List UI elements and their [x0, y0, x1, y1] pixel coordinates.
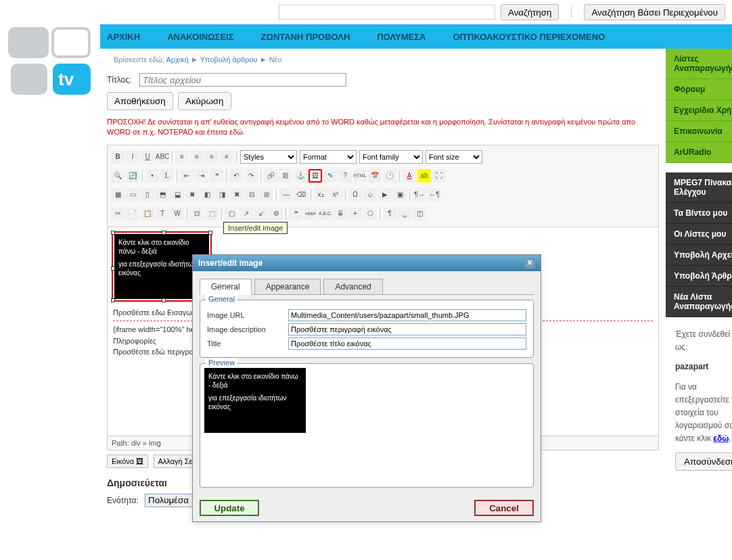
cell-props-icon[interactable]: ▯: [141, 188, 154, 202]
nbsp-icon[interactable]: ␣: [398, 207, 411, 220]
breadcrumb-home[interactable]: Αρχική: [166, 55, 188, 64]
format-select[interactable]: Format: [300, 150, 357, 164]
sidebar-new-playlist[interactable]: Νέα Λίστα Αναπαραγωγής: [666, 287, 732, 317]
visualaid-icon[interactable]: ⊡: [190, 207, 204, 220]
nav-live[interactable]: ΖΩΝΤΑΝΗ ΠΡΟΒΟΛΗ: [261, 32, 350, 42]
cleanup-icon[interactable]: ✎: [323, 169, 337, 183]
forecolor-icon[interactable]: A: [403, 169, 416, 183]
tab-general[interactable]: General: [200, 279, 252, 295]
sidebar-my-lists[interactable]: Οι Λίστες μου: [666, 224, 732, 245]
anchor-icon[interactable]: ⚓: [294, 169, 307, 183]
delete-col-icon[interactable]: ✖: [230, 188, 244, 202]
delete-row-icon[interactable]: ✖: [185, 188, 199, 202]
close-icon[interactable]: ×: [524, 258, 535, 269]
sidebar-aruradio[interactable]: ArURadio: [666, 142, 732, 163]
visualchars-icon[interactable]: ¶: [383, 207, 396, 220]
align-left-icon[interactable]: ≡: [175, 150, 189, 164]
link-icon[interactable]: 🔗: [264, 169, 277, 183]
remove-format-icon[interactable]: ⌫: [294, 188, 308, 202]
html-icon[interactable]: HTML: [353, 169, 367, 183]
sidebar-submit-article[interactable]: Υποβολή Άρθρου: [666, 266, 732, 287]
outdent-icon[interactable]: ⇤: [180, 169, 193, 183]
image-url-input[interactable]: [288, 309, 526, 321]
tab-appearance[interactable]: Appearance: [254, 279, 321, 295]
number-list-icon[interactable]: 1.: [160, 169, 174, 183]
underline-icon[interactable]: U: [141, 150, 154, 164]
layer-back-icon[interactable]: ↙: [254, 207, 268, 220]
layer-fwd-icon[interactable]: ↗: [239, 207, 253, 220]
split-cells-icon[interactable]: ⊟: [245, 188, 258, 202]
insert-image-icon[interactable]: 🖼: [308, 169, 322, 183]
redo-icon[interactable]: ↷: [244, 169, 258, 183]
find-icon[interactable]: 🔍: [111, 169, 124, 183]
nav-av-content[interactable]: ΟΠΤΙΚΟΑΚΟΥΣΤΙΚΟ ΠΕΡΙΕΧΟΜΕΝΟ: [453, 32, 605, 42]
fullscreen-icon[interactable]: ⛶: [432, 169, 446, 183]
sidebar-playlists[interactable]: Λίστες Αναπαραγωγής: [666, 49, 732, 79]
cancel-button[interactable]: Ακύρωση: [178, 92, 231, 110]
search-button[interactable]: Αναζήτηση: [501, 4, 559, 20]
sidebar-manuals[interactable]: Εγχειρίδια Χρήστη: [666, 100, 732, 121]
content-search-button[interactable]: Αναζήτηση Βάσει Περιεχομένου: [584, 4, 725, 20]
acronym-icon[interactable]: A.B.C.: [319, 207, 332, 220]
sub-icon[interactable]: x₂: [314, 188, 327, 202]
blockquote-icon[interactable]: ❝: [210, 169, 223, 183]
insert-row-after-icon[interactable]: ⬓: [170, 188, 184, 202]
italic-icon[interactable]: I: [126, 150, 139, 164]
image-title-input[interactable]: [288, 337, 526, 350]
help-icon[interactable]: ?: [338, 169, 352, 183]
cite-icon[interactable]: ❝: [289, 207, 302, 220]
nav-home[interactable]: ΑΡΧΙΚΗ: [107, 32, 140, 42]
rtl-icon[interactable]: ←¶: [428, 188, 441, 202]
insert-row-before-icon[interactable]: ⬒: [156, 188, 169, 202]
sidebar-my-videos[interactable]: Τα Βίντεο μου: [666, 203, 732, 224]
sup-icon[interactable]: x²: [329, 188, 342, 202]
edit-account-link[interactable]: εδώ: [713, 434, 729, 443]
time-icon[interactable]: 🕐: [383, 169, 396, 183]
layer-icon[interactable]: ▣: [393, 188, 407, 202]
styles-select[interactable]: Styles: [240, 150, 297, 164]
merge-cells-icon[interactable]: ⊞: [260, 188, 273, 202]
undo-icon[interactable]: ↶: [229, 169, 243, 183]
attribs-icon[interactable]: ⎔: [363, 207, 377, 220]
char-icon[interactable]: Ω: [348, 188, 362, 202]
insert-image-tab-button[interactable]: Εικόνα 🖼: [107, 454, 148, 468]
media-icon[interactable]: ▶: [378, 188, 392, 202]
dialog-cancel-button[interactable]: Cancel: [474, 500, 534, 516]
font-family-select[interactable]: Font family: [359, 150, 423, 164]
paste-word-icon[interactable]: W: [170, 207, 184, 220]
insert-col-after-icon[interactable]: ◨: [215, 188, 229, 202]
emoticon-icon[interactable]: ☺: [363, 188, 377, 202]
tab-advanced[interactable]: Advanced: [323, 279, 382, 295]
image-desc-input[interactable]: [288, 323, 526, 335]
style-props-icon[interactable]: ⚙: [269, 207, 283, 220]
insert-col-before-icon[interactable]: ◧: [200, 188, 214, 202]
sidebar-contact[interactable]: Επικοινωνία: [666, 121, 732, 142]
replace-icon[interactable]: 🔄: [126, 169, 139, 183]
breadcrumb-submit[interactable]: Υποβολή άρθρου: [200, 55, 258, 64]
copy-icon[interactable]: 📄: [126, 207, 139, 220]
ins-icon[interactable]: +: [348, 207, 362, 220]
sidebar-forum[interactable]: Φόρουμ: [666, 79, 732, 100]
article-title-input[interactable]: [139, 73, 346, 87]
update-button[interactable]: Update: [200, 500, 259, 516]
strike-icon[interactable]: ABC: [156, 150, 169, 164]
paste-icon[interactable]: 📋: [141, 207, 154, 220]
top-search-input[interactable]: [279, 5, 495, 20]
row-props-icon[interactable]: ▭: [126, 188, 139, 202]
select-all-icon[interactable]: ⬚: [205, 207, 219, 220]
layer-abs-icon[interactable]: ▢: [225, 207, 238, 220]
save-button[interactable]: Αποθήκευση: [107, 92, 173, 110]
align-center-icon[interactable]: ≡: [190, 150, 204, 164]
logout-button[interactable]: Αποσύνδεση: [675, 452, 732, 471]
ltr-icon[interactable]: ¶→: [413, 188, 426, 202]
table-icon[interactable]: ▦: [111, 188, 124, 202]
unlink-icon[interactable]: ⛓: [279, 169, 292, 183]
backcolor-icon[interactable]: ab: [417, 169, 431, 183]
nav-announcements[interactable]: ΑΝΑΚΟΙΝΩΣΕΙΣ: [167, 32, 233, 42]
template-icon[interactable]: ◫: [413, 207, 426, 220]
hr-icon[interactable]: —: [279, 188, 293, 202]
cut-icon[interactable]: ✂: [111, 207, 124, 220]
sidebar-upload-files[interactable]: Υποβολή Αρχείων: [666, 245, 732, 266]
abbr-icon[interactable]: ABBR: [304, 207, 317, 220]
date-icon[interactable]: 📅: [368, 169, 382, 183]
